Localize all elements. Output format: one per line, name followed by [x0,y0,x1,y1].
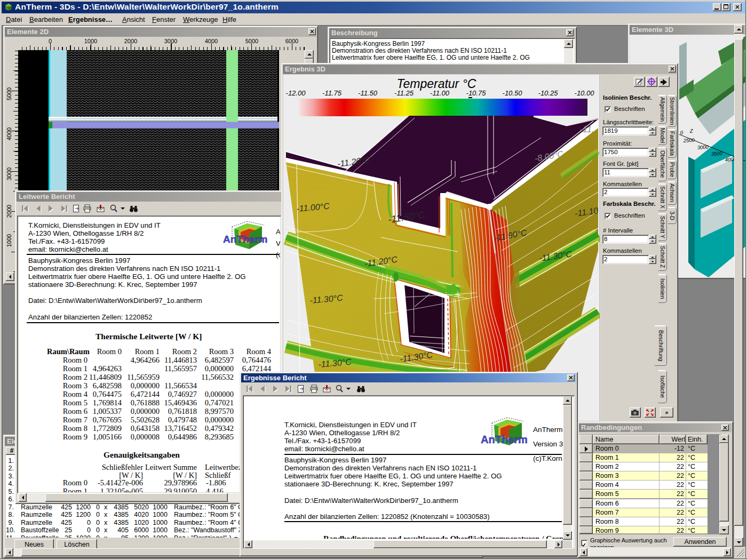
svg-text:0: 0 [680,130,684,135]
svg-text:Z: Z [689,128,694,134]
svg-text:2500: 2500 [682,137,695,143]
svg-text:-11.: -11. [580,125,594,134]
svg-text:3500: 3500 [711,150,723,156]
svg-text:3000: 3000 [697,143,709,150]
